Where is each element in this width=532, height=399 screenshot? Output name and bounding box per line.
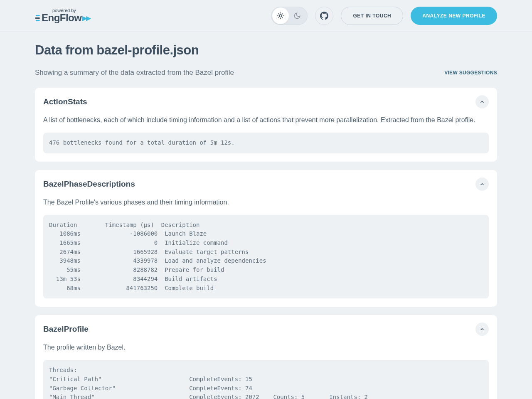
- logo-text: EngFlow: [42, 12, 81, 24]
- view-suggestions-link[interactable]: VIEW SUGGESTIONS: [444, 70, 497, 76]
- bazelphasedescriptions-card: BazelPhaseDescriptions The Bazel Profile…: [35, 170, 497, 307]
- profile-desc: The profile written by Bazel.: [43, 342, 489, 352]
- card-header: BazelProfile: [43, 323, 489, 336]
- profile-title: BazelProfile: [43, 325, 89, 334]
- svg-point-0: [279, 15, 282, 17]
- profile-content: Threads: "Critical Path" CompleteEvents:…: [43, 360, 489, 399]
- logo-arrows-icon: ▶▶: [82, 14, 90, 22]
- bazelprofile-card: BazelProfile The profile written by Baze…: [35, 315, 497, 399]
- chevron-up-icon: [480, 99, 485, 104]
- dark-mode-option[interactable]: [289, 7, 305, 24]
- page-subtitle: Showing a summary of the data extracted …: [35, 69, 234, 77]
- card-header: ActionStats: [43, 95, 489, 108]
- collapse-button[interactable]: [475, 177, 489, 191]
- actionstats-desc: A list of bottlenecks, each of which inc…: [43, 115, 489, 125]
- card-header: BazelPhaseDescriptions: [43, 177, 489, 191]
- actionstats-card: ActionStats A list of bottlenecks, each …: [35, 88, 497, 162]
- logo[interactable]: EngFlow ▶▶: [35, 12, 90, 24]
- analyze-new-profile-button[interactable]: ANALYZE NEW PROFILE: [411, 7, 497, 25]
- phases-desc: The Bazel Profile's various phases and t…: [43, 197, 489, 207]
- sun-icon: [277, 12, 284, 20]
- header: powered by EngFlow ▶▶: [0, 0, 532, 32]
- svg-line-8: [283, 14, 283, 14]
- github-button[interactable]: [315, 7, 333, 25]
- github-icon: [320, 12, 328, 20]
- page-title: Data from bazel-profile.json: [35, 43, 497, 58]
- header-actions: GET IN TOUCH ANALYZE NEW PROFILE: [271, 7, 497, 25]
- actionstats-title: ActionStats: [43, 97, 87, 106]
- main-container: Data from bazel-profile.json Showing a s…: [0, 32, 532, 399]
- phases-title: BazelPhaseDescriptions: [43, 180, 135, 189]
- theme-toggle[interactable]: [271, 7, 308, 25]
- collapse-button[interactable]: [475, 95, 489, 108]
- subtitle-row: Showing a summary of the data extracted …: [35, 69, 497, 77]
- chevron-up-icon: [480, 327, 485, 332]
- actionstats-content: 476 bottlenecks found for a total durati…: [43, 133, 489, 153]
- engflow-logo-icon: [35, 15, 40, 21]
- logo-area: powered by EngFlow ▶▶: [35, 8, 90, 24]
- light-mode-option[interactable]: [272, 7, 289, 24]
- svg-line-7: [278, 17, 279, 18]
- phases-content: Duration Timestamp (µs) Description 1086…: [43, 215, 489, 299]
- moon-icon: [293, 12, 301, 20]
- svg-line-4: [283, 17, 283, 18]
- svg-line-3: [278, 14, 279, 14]
- get-in-touch-button[interactable]: GET IN TOUCH: [341, 7, 403, 25]
- chevron-up-icon: [480, 182, 485, 187]
- collapse-button[interactable]: [475, 323, 489, 336]
